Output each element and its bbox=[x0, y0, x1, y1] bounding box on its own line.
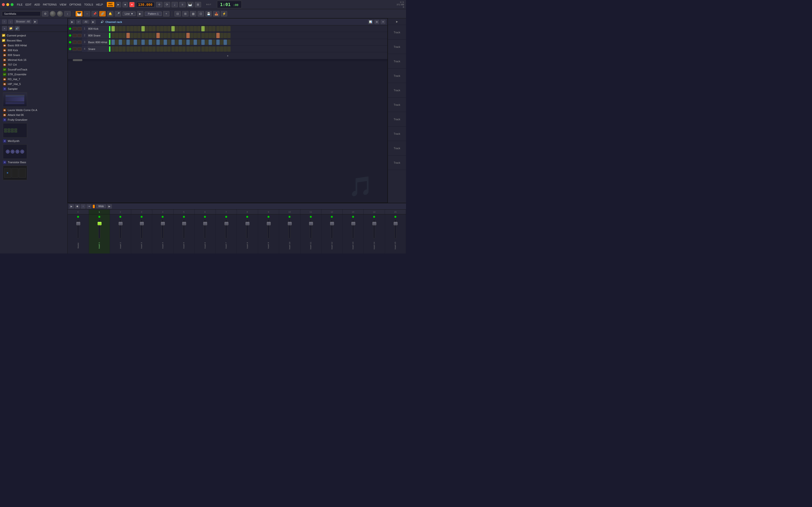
beat-btn-beat-snare2-19[interactable] bbox=[182, 46, 186, 52]
sidebar-folder-btn[interactable]: 📁 bbox=[8, 26, 13, 31]
scroll-thumb[interactable] bbox=[73, 59, 83, 61]
track-panel-item-7[interactable]: Track bbox=[388, 112, 406, 126]
beat-btn-beat-snare-17[interactable] bbox=[175, 33, 179, 38]
channel-led-12[interactable] bbox=[331, 216, 333, 218]
beat-btn-beat-snare-5[interactable] bbox=[130, 33, 134, 38]
beat-btn-beat-kick-31[interactable] bbox=[227, 26, 231, 32]
track-panel-item-8[interactable]: Track bbox=[388, 126, 406, 141]
pin-icon[interactable]: 📌 bbox=[92, 11, 98, 16]
channel-led-13[interactable] bbox=[352, 216, 354, 218]
beat-btn-beat-snare2-16[interactable] bbox=[171, 46, 175, 52]
channel-led-3[interactable] bbox=[141, 216, 143, 218]
mixer-rec-btn[interactable]: ⏺ bbox=[75, 204, 80, 209]
sidebar-item-soundfonttrack[interactable]: SF SoundFontTrack bbox=[0, 67, 67, 72]
mixer-channel-13[interactable]: Insert 13 bbox=[343, 214, 364, 253]
beat-btn-beat-kick-4[interactable] bbox=[126, 26, 130, 32]
channel-led-6[interactable] bbox=[204, 216, 206, 218]
mixer-channel-0[interactable]: Master bbox=[68, 214, 89, 253]
track-panel-item-6[interactable]: Track bbox=[388, 98, 406, 112]
fader-handle-3[interactable] bbox=[140, 222, 144, 225]
toggle-icon[interactable]: ↕ bbox=[64, 11, 70, 16]
beat-btn-beat-kick-22[interactable] bbox=[194, 26, 197, 32]
menu-edit[interactable]: EDIT bbox=[26, 3, 32, 6]
beat-btn-beat-hihat-8[interactable] bbox=[141, 40, 145, 45]
beat-btn-beat-snare-28[interactable] bbox=[216, 33, 220, 38]
beat-btn-beat-snare2-10[interactable] bbox=[149, 46, 152, 52]
ch-led-snare2[interactable] bbox=[69, 48, 71, 50]
sidebar-item-707ch[interactable]: 🥁 707 CH bbox=[0, 62, 67, 67]
beat-btn-beat-snare-4[interactable] bbox=[126, 33, 130, 38]
beat-btn-beat-kick-19[interactable] bbox=[182, 26, 186, 32]
pattern-selector-main[interactable]: Pattern 1 bbox=[145, 12, 162, 16]
beat-btn-beat-kick-23[interactable] bbox=[197, 26, 201, 32]
fader-handle-10[interactable] bbox=[288, 222, 292, 225]
ch-led-kick[interactable] bbox=[69, 27, 71, 30]
beat-btn-beat-hihat-10[interactable] bbox=[149, 40, 152, 45]
beat-btn-beat-hihat-5[interactable] bbox=[130, 40, 134, 45]
fader-handle-9[interactable] bbox=[267, 222, 271, 225]
ch-mute-kick[interactable] bbox=[72, 27, 77, 31]
beat-btn-beat-kick-15[interactable] bbox=[167, 26, 170, 32]
rack-back-btn[interactable]: ↩ bbox=[76, 20, 81, 24]
sidebar-down-btn[interactable]: ↓ bbox=[8, 19, 13, 24]
crosshair-icon[interactable]: ✛ bbox=[156, 2, 162, 7]
beat-btn-beat-snare-19[interactable] bbox=[182, 33, 186, 38]
link-icon[interactable]: 🔗 bbox=[99, 11, 106, 16]
beat-btn-beat-snare2-9[interactable] bbox=[145, 46, 148, 52]
beat-btn-beat-snare-3[interactable] bbox=[122, 33, 126, 38]
sidebar-item-basic808hihat[interactable]: 🥁 Basic 808 HiHat bbox=[0, 43, 67, 48]
channel-led-10[interactable] bbox=[289, 216, 291, 218]
beat-btn-beat-snare2-18[interactable] bbox=[179, 46, 182, 52]
mixer-icon[interactable]: ≡ bbox=[179, 2, 186, 7]
sidebar-item-fruitygranulizer[interactable]: ⚙ Fruity Granulizer bbox=[0, 117, 67, 122]
channel-filter-btn[interactable]: All bbox=[83, 20, 89, 24]
ch-solo-hihat[interactable] bbox=[77, 41, 82, 44]
beat-btn-beat-snare2-24[interactable] bbox=[201, 46, 205, 52]
mic-icon[interactable]: 🎤 bbox=[115, 11, 121, 16]
menu-patterns[interactable]: PATTERNS bbox=[43, 3, 57, 6]
mixer-channel-9[interactable]: Insert 9 bbox=[258, 214, 280, 253]
beat-btn-beat-kick-2[interactable] bbox=[119, 26, 122, 32]
ch-name-kick[interactable]: 808 Kick bbox=[87, 25, 109, 32]
beat-btn-beat-hihat-1[interactable] bbox=[115, 40, 118, 45]
channel-led-15[interactable] bbox=[394, 216, 396, 218]
beat-btn-beat-kick-12[interactable] bbox=[156, 26, 160, 32]
beat-btn-beat-kick-3[interactable] bbox=[122, 26, 126, 32]
channel-led-11[interactable] bbox=[310, 216, 312, 218]
beat-btn-beat-snare-27[interactable] bbox=[212, 33, 215, 38]
beat-btn-beat-snare2-14[interactable] bbox=[164, 46, 167, 52]
channel-led-0[interactable] bbox=[77, 216, 79, 218]
beat-btn-beat-hihat-11[interactable] bbox=[152, 40, 156, 45]
track-panel-item-10[interactable]: Track bbox=[388, 156, 406, 170]
mixer-channel-2[interactable]: Insert 2 bbox=[110, 214, 131, 253]
pattern-icon[interactable]: ⊞ bbox=[195, 2, 201, 7]
beat-btn-beat-kick-9[interactable] bbox=[145, 26, 148, 32]
beat-btn-beat-kick-18[interactable] bbox=[179, 26, 182, 32]
arrow-right-icon[interactable]: → bbox=[84, 11, 90, 16]
beat-btn-beat-snare-11[interactable] bbox=[152, 33, 156, 38]
ch-led-hihat[interactable] bbox=[69, 41, 71, 44]
channel-rack-scrollbar[interactable] bbox=[68, 59, 388, 61]
beat-btn-beat-hihat-15[interactable] bbox=[167, 40, 170, 45]
beat-btn-beat-hihat-30[interactable] bbox=[223, 40, 227, 45]
beat-btn-beat-kick-27[interactable] bbox=[212, 26, 215, 32]
beat-btn-beat-hihat-19[interactable] bbox=[182, 40, 186, 45]
grid-icon[interactable]: ⊡ bbox=[198, 11, 204, 16]
fader-handle-4[interactable] bbox=[161, 222, 165, 225]
beat-btn-beat-kick-14[interactable] bbox=[164, 26, 167, 32]
mixer-end-btn[interactable]: ⇥ bbox=[87, 204, 91, 209]
ch-name-hihat[interactable]: Basic 808 HiHat bbox=[87, 39, 109, 45]
beat-btn-beat-hihat-20[interactable] bbox=[186, 40, 190, 45]
fader-handle-8[interactable] bbox=[246, 222, 249, 225]
line-mode-selector[interactable]: Line ▼ bbox=[122, 12, 136, 16]
rack-close-icon[interactable]: ✕ bbox=[380, 20, 386, 24]
loop-icon[interactable]: ⟳ bbox=[164, 2, 170, 7]
beat-btn-beat-snare2-4[interactable] bbox=[126, 46, 130, 52]
sidebar-item-attackhat[interactable]: 🥁 Attack Hat 06 bbox=[0, 113, 67, 117]
mixer-channel-3[interactable]: Insert 3 bbox=[131, 214, 152, 253]
beat-btn-beat-snare2-22[interactable] bbox=[194, 46, 197, 52]
beat-btn-beat-snare2-25[interactable] bbox=[205, 46, 208, 52]
beat-btn-beat-kick-7[interactable] bbox=[137, 26, 141, 32]
track-panel-item-5[interactable]: Track bbox=[388, 83, 406, 98]
sidebar-item-minimalkick[interactable]: 🥁 Minimal Kick 16 bbox=[0, 57, 67, 62]
